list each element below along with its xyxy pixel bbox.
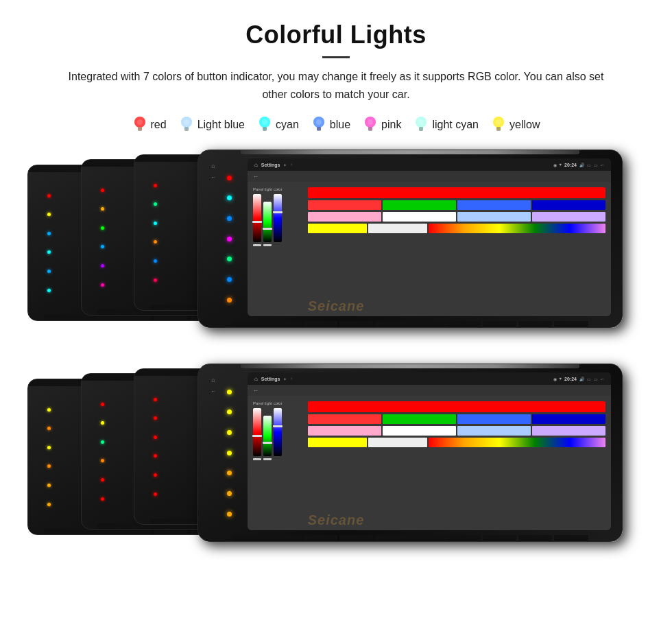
- color-label-cyan: cyan: [276, 119, 299, 131]
- title-section: Colorful Lights: [27, 21, 645, 58]
- bulb-icon-cyan: [257, 115, 272, 134]
- bulb-icon-lightblue: [179, 115, 194, 134]
- color-label-pink: pink: [381, 119, 401, 131]
- car-unit-bottom-front: ⌂ ←: [197, 364, 623, 542]
- svg-rect-10: [184, 130, 188, 132]
- color-label-red: red: [151, 119, 167, 131]
- svg-rect-45: [497, 130, 501, 132]
- svg-rect-31: [369, 130, 372, 132]
- bulb-icon-yellow: [491, 115, 506, 134]
- color-item-blue: blue: [311, 115, 350, 134]
- svg-point-20: [262, 119, 267, 125]
- color-item-lightcyan: light cyan: [413, 115, 479, 134]
- images-section: ⌂ ←: [27, 150, 645, 566]
- bulb-icon-red: [132, 115, 147, 134]
- color-item-pink: pink: [363, 115, 401, 134]
- color-label-lightblue: Light blue: [197, 119, 245, 131]
- svg-rect-30: [368, 127, 372, 130]
- svg-rect-16: [263, 127, 267, 130]
- color-item-red: red: [132, 115, 167, 134]
- svg-point-48: [496, 119, 501, 125]
- color-item-lightblue: Light blue: [179, 115, 245, 134]
- svg-rect-9: [184, 127, 189, 130]
- car-unit-front: ⌂ ←: [197, 150, 623, 328]
- svg-rect-23: [317, 127, 321, 130]
- svg-point-6: [137, 119, 143, 125]
- svg-rect-44: [496, 127, 501, 130]
- svg-rect-24: [317, 130, 320, 132]
- svg-rect-3: [138, 130, 141, 132]
- bulb-icon-lightcyan: [413, 115, 429, 134]
- svg-point-13: [184, 119, 189, 125]
- color-label-lightcyan: light cyan: [432, 119, 479, 131]
- svg-point-34: [368, 119, 373, 125]
- svg-point-41: [418, 119, 424, 125]
- bulb-icon-blue: [311, 115, 326, 134]
- color-label-blue: blue: [330, 119, 350, 131]
- description-text: Integrated with 7 colors of button indic…: [55, 68, 617, 103]
- page-container: Colorful Lights Integrated with 7 colors…: [0, 0, 672, 580]
- svg-rect-17: [263, 130, 267, 132]
- svg-rect-38: [420, 130, 423, 132]
- top-units-row: ⌂ ←: [27, 150, 645, 352]
- svg-rect-37: [419, 127, 423, 130]
- color-indicators-row: red Light blue: [27, 115, 645, 134]
- bulb-icon-pink: [363, 115, 378, 134]
- color-label-yellow: yellow: [509, 119, 540, 131]
- svg-rect-2: [138, 127, 142, 130]
- color-item-cyan: cyan: [257, 115, 299, 134]
- color-item-yellow: yellow: [491, 115, 540, 134]
- svg-point-27: [316, 119, 322, 125]
- title-divider: [322, 56, 350, 58]
- bottom-units-row: ⌂ ←: [27, 364, 645, 566]
- page-title: Colorful Lights: [27, 21, 645, 49]
